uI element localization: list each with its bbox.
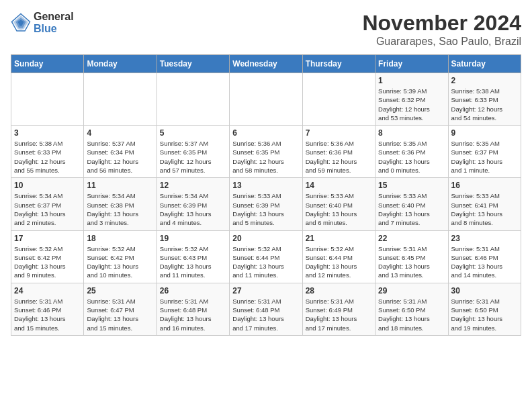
day-number: 21: [306, 234, 372, 243]
day-number: 28: [306, 286, 372, 295]
day-info: Sunrise: 5:33 AM Sunset: 6:40 PM Dayligh…: [306, 191, 372, 227]
header-day-wednesday: Wednesday: [230, 55, 302, 73]
day-number: 14: [306, 181, 372, 190]
day-number: 7: [306, 128, 372, 138]
logo-general: General: [34, 11, 74, 23]
week-row-1: 3Sunrise: 5:38 AM Sunset: 6:33 PM Daylig…: [11, 126, 521, 178]
day-cell: 11Sunrise: 5:34 AM Sunset: 6:38 PM Dayli…: [84, 178, 157, 230]
calendar-header: SundayMondayTuesdayWednesdayThursdayFrid…: [11, 55, 521, 73]
day-number: 13: [232, 181, 299, 190]
day-info: Sunrise: 5:37 AM Sunset: 6:35 PM Dayligh…: [160, 139, 226, 175]
day-number: 9: [451, 128, 518, 138]
day-cell: 8Sunrise: 5:35 AM Sunset: 6:36 PM Daylig…: [375, 126, 448, 178]
day-number: 6: [232, 128, 299, 138]
day-cell: 3Sunrise: 5:38 AM Sunset: 6:33 PM Daylig…: [11, 126, 84, 178]
day-info: Sunrise: 5:31 AM Sunset: 6:49 PM Dayligh…: [306, 297, 372, 332]
day-cell: 30Sunrise: 5:31 AM Sunset: 6:50 PM Dayli…: [448, 283, 521, 335]
week-row-4: 24Sunrise: 5:31 AM Sunset: 6:46 PM Dayli…: [11, 283, 521, 335]
day-number: 25: [87, 286, 153, 295]
day-cell: 26Sunrise: 5:31 AM Sunset: 6:48 PM Dayli…: [157, 283, 229, 335]
day-cell: 1Sunrise: 5:39 AM Sunset: 6:32 PM Daylig…: [375, 73, 448, 126]
day-cell: 17Sunrise: 5:32 AM Sunset: 6:42 PM Dayli…: [11, 230, 84, 283]
header-day-sunday: Sunday: [11, 55, 84, 73]
day-cell: 28Sunrise: 5:31 AM Sunset: 6:49 PM Dayli…: [302, 283, 375, 335]
day-info: Sunrise: 5:34 AM Sunset: 6:38 PM Dayligh…: [87, 191, 153, 227]
logo-blue: Blue: [34, 23, 74, 35]
day-info: Sunrise: 5:31 AM Sunset: 6:47 PM Dayligh…: [87, 297, 153, 332]
day-info: Sunrise: 5:33 AM Sunset: 6:39 PM Dayligh…: [232, 191, 299, 227]
day-info: Sunrise: 5:35 AM Sunset: 6:37 PM Dayligh…: [451, 139, 518, 175]
day-cell: 4Sunrise: 5:37 AM Sunset: 6:34 PM Daylig…: [84, 126, 157, 178]
day-number: 22: [378, 234, 445, 243]
day-cell: [302, 73, 375, 126]
day-cell: [230, 73, 302, 126]
logo-icon: [11, 13, 31, 33]
header-day-friday: Friday: [375, 55, 448, 73]
day-cell: [11, 73, 84, 126]
week-row-2: 10Sunrise: 5:34 AM Sunset: 6:37 PM Dayli…: [11, 178, 521, 230]
day-cell: 24Sunrise: 5:31 AM Sunset: 6:46 PM Dayli…: [11, 283, 84, 335]
logo: General Blue: [11, 11, 74, 34]
day-info: Sunrise: 5:36 AM Sunset: 6:35 PM Dayligh…: [232, 139, 299, 175]
day-info: Sunrise: 5:33 AM Sunset: 6:41 PM Dayligh…: [451, 191, 518, 227]
day-info: Sunrise: 5:38 AM Sunset: 6:33 PM Dayligh…: [14, 139, 81, 175]
day-cell: 25Sunrise: 5:31 AM Sunset: 6:47 PM Dayli…: [84, 283, 157, 335]
header: General Blue November 2024 Guararapes, S…: [11, 11, 521, 48]
calendar-body: 1Sunrise: 5:39 AM Sunset: 6:32 PM Daylig…: [11, 73, 521, 336]
day-number: 4: [87, 128, 153, 138]
day-cell: 22Sunrise: 5:31 AM Sunset: 6:45 PM Dayli…: [375, 230, 448, 283]
week-row-0: 1Sunrise: 5:39 AM Sunset: 6:32 PM Daylig…: [11, 73, 521, 126]
day-info: Sunrise: 5:37 AM Sunset: 6:34 PM Dayligh…: [87, 139, 153, 175]
day-number: 5: [160, 128, 226, 138]
day-number: 16: [451, 181, 518, 190]
header-day-monday: Monday: [84, 55, 157, 73]
day-number: 12: [160, 181, 226, 190]
day-number: 3: [14, 128, 81, 138]
day-number: 24: [14, 286, 81, 295]
header-day-tuesday: Tuesday: [157, 55, 229, 73]
week-row-3: 17Sunrise: 5:32 AM Sunset: 6:42 PM Dayli…: [11, 230, 521, 283]
day-info: Sunrise: 5:32 AM Sunset: 6:42 PM Dayligh…: [14, 244, 81, 280]
day-number: 30: [451, 286, 518, 295]
title-area: November 2024 Guararapes, Sao Paulo, Bra…: [362, 11, 521, 48]
day-number: 18: [87, 234, 153, 243]
day-cell: 19Sunrise: 5:32 AM Sunset: 6:43 PM Dayli…: [157, 230, 229, 283]
day-cell: 2Sunrise: 5:38 AM Sunset: 6:33 PM Daylig…: [448, 73, 521, 126]
day-number: 1: [378, 76, 445, 85]
day-cell: 10Sunrise: 5:34 AM Sunset: 6:37 PM Dayli…: [11, 178, 84, 230]
day-info: Sunrise: 5:31 AM Sunset: 6:48 PM Dayligh…: [232, 297, 299, 332]
day-info: Sunrise: 5:39 AM Sunset: 6:32 PM Dayligh…: [378, 87, 445, 122]
header-row: SundayMondayTuesdayWednesdayThursdayFrid…: [11, 55, 521, 73]
day-cell: 15Sunrise: 5:33 AM Sunset: 6:40 PM Dayli…: [375, 178, 448, 230]
day-cell: 21Sunrise: 5:32 AM Sunset: 6:44 PM Dayli…: [302, 230, 375, 283]
day-info: Sunrise: 5:31 AM Sunset: 6:50 PM Dayligh…: [451, 297, 518, 332]
day-number: 11: [87, 181, 153, 190]
day-info: Sunrise: 5:31 AM Sunset: 6:50 PM Dayligh…: [378, 297, 445, 332]
day-number: 20: [232, 234, 299, 243]
logo-text: General Blue: [34, 11, 74, 34]
day-cell: 27Sunrise: 5:31 AM Sunset: 6:48 PM Dayli…: [230, 283, 302, 335]
day-cell: 23Sunrise: 5:31 AM Sunset: 6:46 PM Dayli…: [448, 230, 521, 283]
day-info: Sunrise: 5:32 AM Sunset: 6:44 PM Dayligh…: [306, 244, 372, 280]
day-info: Sunrise: 5:31 AM Sunset: 6:46 PM Dayligh…: [451, 244, 518, 280]
day-info: Sunrise: 5:32 AM Sunset: 6:43 PM Dayligh…: [160, 244, 226, 280]
day-number: 8: [378, 128, 445, 138]
day-info: Sunrise: 5:32 AM Sunset: 6:42 PM Dayligh…: [87, 244, 153, 280]
day-cell: 16Sunrise: 5:33 AM Sunset: 6:41 PM Dayli…: [448, 178, 521, 230]
day-cell: 14Sunrise: 5:33 AM Sunset: 6:40 PM Dayli…: [302, 178, 375, 230]
day-info: Sunrise: 5:33 AM Sunset: 6:40 PM Dayligh…: [378, 191, 445, 227]
day-cell: 7Sunrise: 5:36 AM Sunset: 6:36 PM Daylig…: [302, 126, 375, 178]
header-day-thursday: Thursday: [302, 55, 375, 73]
calendar-subtitle: Guararapes, Sao Paulo, Brazil: [362, 36, 521, 48]
day-number: 26: [160, 286, 226, 295]
day-cell: 5Sunrise: 5:37 AM Sunset: 6:35 PM Daylig…: [157, 126, 229, 178]
day-cell: 20Sunrise: 5:32 AM Sunset: 6:44 PM Dayli…: [230, 230, 302, 283]
day-info: Sunrise: 5:31 AM Sunset: 6:48 PM Dayligh…: [160, 297, 226, 332]
day-info: Sunrise: 5:38 AM Sunset: 6:33 PM Dayligh…: [451, 87, 518, 122]
day-info: Sunrise: 5:34 AM Sunset: 6:39 PM Dayligh…: [160, 191, 226, 227]
day-cell: [84, 73, 157, 126]
day-info: Sunrise: 5:31 AM Sunset: 6:46 PM Dayligh…: [14, 297, 81, 332]
day-info: Sunrise: 5:32 AM Sunset: 6:44 PM Dayligh…: [232, 244, 299, 280]
day-number: 17: [14, 234, 81, 243]
day-number: 27: [232, 286, 299, 295]
